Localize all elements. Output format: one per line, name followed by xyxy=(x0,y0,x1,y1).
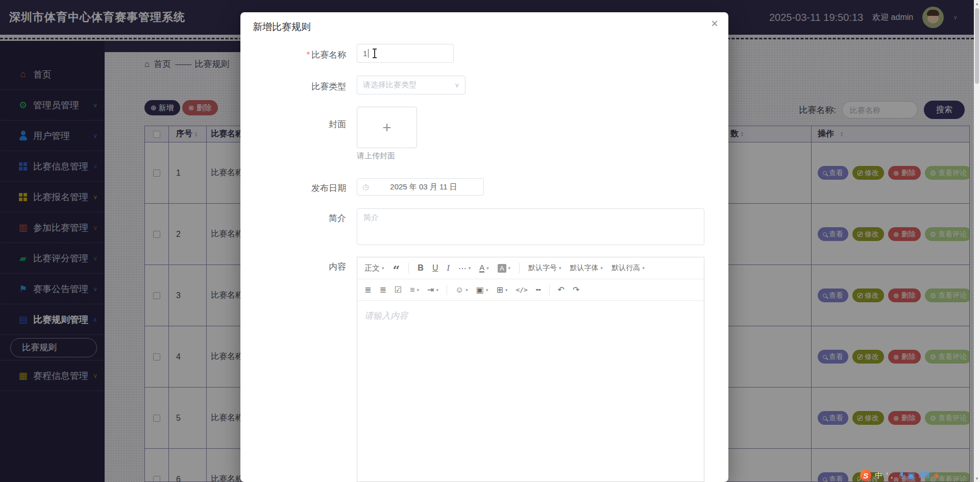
browser-scrollbar[interactable]: ▲ ▼ xyxy=(974,0,980,482)
close-icon[interactable]: × xyxy=(711,17,718,30)
caret-down-icon: ▾ xyxy=(642,266,645,271)
keyboard-icon[interactable]: ⌨ xyxy=(919,471,930,480)
cover-upload-button[interactable]: + xyxy=(357,107,417,148)
publish-date-picker[interactable]: ◷ 2025 年 03 月 11 日 xyxy=(357,178,484,196)
bold-button[interactable]: B xyxy=(418,263,424,273)
blockquote-button[interactable]: “ xyxy=(393,263,400,273)
indent-button[interactable]: ⇥▾ xyxy=(427,285,438,295)
align-button[interactable]: ≡▾ xyxy=(410,285,419,295)
sogou-logo-icon[interactable]: S xyxy=(860,470,871,481)
caret-down-icon: ▾ xyxy=(601,266,603,271)
mic-icon[interactable] xyxy=(899,472,904,479)
underline-button[interactable]: U xyxy=(432,263,438,273)
field-label-content: 内容 xyxy=(240,261,346,273)
caret-down-icon: ▾ xyxy=(436,287,438,293)
caret-down-icon: ▾ xyxy=(508,266,511,271)
caret-down-icon: ▾ xyxy=(486,287,488,293)
clock-icon: ◷ xyxy=(362,182,369,191)
toolbox-icon[interactable]: ◈ xyxy=(933,471,939,480)
ibeam-cursor-icon xyxy=(374,49,375,58)
caret-down-icon: ▾ xyxy=(465,287,468,293)
image-button[interactable]: ▣▾ xyxy=(476,285,488,295)
editor-placeholder: 请输入内容 xyxy=(364,311,408,321)
font-color-button[interactable]: A▾ xyxy=(479,263,489,273)
toolbar-separator xyxy=(408,263,409,273)
caret-down-icon: ▾ xyxy=(469,266,471,271)
plus-icon: + xyxy=(382,119,391,136)
emoji-button[interactable]: ☺▾ xyxy=(455,285,468,295)
cover-upload-hint: 请上传封面 xyxy=(357,151,395,161)
scroll-down-icon[interactable]: ▼ xyxy=(975,475,979,482)
toolbar-separator xyxy=(549,285,550,295)
ime-mode-chinese[interactable]: 中 xyxy=(875,471,883,480)
field-label-cover: 封面 xyxy=(240,118,346,130)
field-label-type: 比赛类型 xyxy=(240,81,346,92)
undo-button[interactable]: ↶ xyxy=(558,285,565,295)
type-select-placeholder: 请选择比赛类型 xyxy=(363,80,416,90)
ime-taskbar: S中’，▣⌨◈ xyxy=(860,470,939,481)
handwriting-icon[interactable]: ▣ xyxy=(908,471,915,480)
field-label-date: 发布日期 xyxy=(240,182,346,194)
field-label-name: *比赛名称 xyxy=(240,49,346,61)
field-label-intro: 简介 xyxy=(240,212,346,224)
divider-button[interactable]: ╍ xyxy=(536,285,541,295)
modal-title: 新增比赛规则 xyxy=(253,20,311,34)
caret-down-icon: ▾ xyxy=(505,287,508,293)
line-height-select[interactable]: 默认行高▾ xyxy=(611,263,645,273)
intro-placeholder: 简介 xyxy=(363,213,379,222)
add-rule-modal: 新增比赛规则 × *比赛名称 1 比赛类型 请选择比赛类型 ∨ 封面 + 请上传… xyxy=(240,12,728,482)
italic-button[interactable]: I xyxy=(447,263,449,273)
ordered-list-button[interactable]: ≣ xyxy=(379,285,386,295)
code-button[interactable]: </> xyxy=(516,286,527,294)
scroll-up-icon[interactable]: ▲ xyxy=(975,0,979,7)
caret-down-icon: ▾ xyxy=(382,266,384,271)
bullet-list-button[interactable]: ≣ xyxy=(364,285,371,295)
editor-toolbar-row1: 正文▾“BUI⋯▾A▾A▾默认字号▾默认字体▾默认行高▾ xyxy=(357,257,704,279)
bg-color-button[interactable]: A▾ xyxy=(498,264,510,273)
required-star: * xyxy=(306,50,310,60)
caret-down-icon: ▾ xyxy=(486,266,489,271)
editor-content-area[interactable]: 请输入内容 xyxy=(357,301,704,331)
name-input-value: 1 xyxy=(363,49,367,58)
redo-button[interactable]: ↷ xyxy=(573,285,579,295)
table-button[interactable]: ⊞▾ xyxy=(497,285,508,295)
ime-punctuation-icon[interactable]: ’， xyxy=(886,471,895,480)
paragraph-format-select[interactable]: 正文▾ xyxy=(364,263,384,273)
font-size-select[interactable]: 默认字号▾ xyxy=(528,263,561,273)
publish-date-value: 2025 年 03 月 11 日 xyxy=(369,182,478,192)
caret-down-icon: ▾ xyxy=(417,287,420,293)
screen: 深圳市体育中心体育赛事管理系统 2025-03-11 19:50:13 欢迎 a… xyxy=(0,0,980,482)
caret-down-icon: ▾ xyxy=(559,266,561,271)
toolbar-separator xyxy=(519,263,520,273)
type-select[interactable]: 请选择比赛类型 ∨ xyxy=(357,76,465,94)
intro-textarea[interactable]: 简介 xyxy=(357,208,704,245)
scrollbar-thumb[interactable] xyxy=(975,8,979,84)
chevron-down-icon: ∨ xyxy=(454,81,459,89)
toolbar-separator xyxy=(447,285,447,295)
name-input[interactable]: 1 xyxy=(357,44,454,63)
text-caret xyxy=(368,49,369,58)
more-styles-button[interactable]: ⋯▾ xyxy=(458,263,471,273)
task-list-button[interactable]: ☑ xyxy=(395,285,402,295)
editor-toolbar-row2: ≣≣☑≡▾⇥▾☺▾▣▾⊞▾</>╍↶↷ xyxy=(357,279,704,301)
rich-text-editor: 正文▾“BUI⋯▾A▾A▾默认字号▾默认字体▾默认行高▾ ≣≣☑≡▾⇥▾☺▾▣▾… xyxy=(357,257,704,482)
font-family-select[interactable]: 默认字体▾ xyxy=(570,263,603,273)
